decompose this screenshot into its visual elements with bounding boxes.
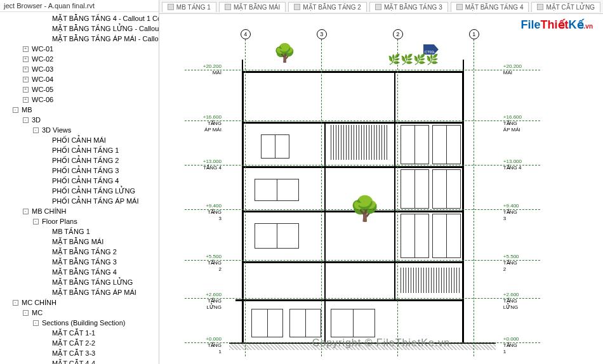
view-tab[interactable]: MB TẦNG 1: [162, 2, 216, 12]
tree-item[interactable]: PHỐI CẢNH TẦNG 3: [0, 166, 159, 176]
tree-item[interactable]: -MB CHÍNH: [0, 206, 159, 216]
tree-item[interactable]: PHỐI CẢNH MÁI: [0, 135, 159, 145]
tree-item-label: MẶT CẮT 4-4: [51, 359, 95, 364]
view-icon: [294, 4, 300, 10]
panel-title: ject Browser - A.quan final.rvt: [0, 0, 159, 12]
gridline: 4: [245, 39, 246, 356]
main-area: MB TẦNG 1MẶT BẰNG MÁIMẶT BẰNG TẦNG 2MẶT …: [159, 0, 603, 364]
expand-icon[interactable]: +: [22, 55, 29, 63]
tree-item[interactable]: +WC-06: [0, 94, 159, 105]
tree-item[interactable]: MẶT BẰNG TẦNG LỬNG - Callout 1 Copy 1: [0, 23, 159, 34]
level-label: +5.500TẦNG 2: [206, 254, 222, 273]
tree-item-label: PHỐI CẢNH TẦNG ÁP MÁI: [51, 197, 138, 205]
collapse-icon[interactable]: -: [22, 207, 29, 215]
expand-icon[interactable]: +: [22, 86, 29, 93]
collapse-icon[interactable]: -: [32, 126, 39, 134]
tree-item[interactable]: +WC-03: [0, 64, 159, 74]
expand-icon[interactable]: +: [22, 45, 29, 53]
tree-item[interactable]: MẶT CẮT 3-3: [0, 348, 159, 358]
view-tab[interactable]: MẶT BẰNG TẦNG 2: [288, 2, 367, 12]
tree-item[interactable]: MẶT CẮT 1-1: [0, 328, 159, 338]
tab-label: MẶT BẰNG TẦNG 3: [384, 4, 442, 11]
tree-item[interactable]: MẶT BẰNG TẦNG 4: [0, 267, 159, 277]
tree-item-label: MC: [30, 308, 43, 317]
tree-item[interactable]: -MC CHÍNH: [0, 297, 159, 308]
watermark-logo: FileThiếtKế.vn: [521, 18, 593, 32]
tree-item-label: MẶT BẰNG TẦNG ÁP MÁI: [51, 288, 136, 297]
collapse-icon[interactable]: -: [22, 309, 29, 316]
project-browser-panel: ject Browser - A.quan final.rvt MẶT BẰNG…: [0, 0, 159, 364]
tree-item[interactable]: PHỐI CẢNH TẦNG 4: [0, 176, 159, 186]
tree-item-label: MẶT CẮT 2-2: [51, 339, 95, 348]
level-line: [185, 298, 540, 299]
level-label: +13.000TẦNG 4: [503, 159, 522, 171]
tree-item-label: MẶT BẰNG TẦNG 4 - Callout 1 Copy 1: [51, 14, 159, 23]
tree-item[interactable]: PHỐI CẢNH TẦNG 2: [0, 155, 159, 166]
tree-item[interactable]: PHỐI CẢNH TẦNG ÁP MÁI: [0, 196, 159, 206]
tree-item-label: MẶT BẰNG TẦNG 3: [51, 257, 117, 266]
tree-item[interactable]: MẶT CẮT 2-2: [0, 338, 159, 348]
tree-item[interactable]: MẶT BẰNG TẦNG ÁP MÁI: [0, 287, 159, 297]
level-label: +0.000TẦNG 1: [206, 336, 222, 355]
drawing-canvas[interactable]: FileThiếtKế.vn CT03-02: [159, 14, 603, 364]
tree-item[interactable]: MẶT BẰNG TẦNG 4 - Callout 1 Copy 1: [0, 13, 159, 23]
expand-icon[interactable]: +: [22, 75, 29, 83]
collapse-icon[interactable]: -: [32, 218, 39, 225]
tree-item[interactable]: MẶT CẮT 4-4: [0, 358, 159, 364]
tree-item-label: MB: [20, 105, 32, 114]
tree-icon: 🌳: [350, 195, 380, 223]
collapse-icon[interactable]: -: [32, 319, 39, 327]
tree-item[interactable]: -MC: [0, 308, 159, 318]
tree-item[interactable]: +WC-01: [0, 44, 159, 54]
tree-item[interactable]: PHỐI CẢNH TẦNG 1: [0, 145, 159, 155]
tree-item-label: WC-04: [30, 75, 53, 84]
tab-label: MẶT BẰNG TẦNG 2: [303, 4, 361, 11]
tree-item-label: WC-05: [30, 85, 53, 94]
tree-item[interactable]: MẶT BẰNG TẦNG ÁP MÁI - Callout 1 Copy 1: [0, 34, 159, 44]
tree-item-label: PHỐI CẢNH TẦNG 4: [51, 176, 119, 185]
tree-item[interactable]: +WC-04: [0, 74, 159, 84]
tree-item-label: 3D Views: [41, 126, 71, 134]
level-label: +13.000TẦNG 4: [203, 159, 222, 171]
watermark-text: Copyright © FileThietKe.vn: [312, 337, 450, 349]
view-tab[interactable]: MẶT CẮT LỬNG: [531, 2, 600, 12]
view-tab[interactable]: MẶT BẰNG MÁI: [219, 2, 286, 12]
view-tab[interactable]: MẶT BẰNG TẦNG 4: [451, 2, 529, 12]
collapse-icon[interactable]: -: [22, 116, 29, 124]
tree-item[interactable]: +WC-05: [0, 84, 159, 94]
tree-item[interactable]: -3D: [0, 115, 159, 125]
level-label: +2.600TẦNG LỬNG: [503, 292, 519, 311]
tree-item-label: MẶT BẰNG TẦNG ÁP MÁI - Callout 1 Copy 1: [51, 34, 159, 43]
view-icon: [537, 4, 543, 10]
level-label: +9.400TẦNG 3: [503, 203, 519, 222]
tree-item[interactable]: -MB: [0, 105, 159, 115]
expand-icon[interactable]: +: [22, 65, 29, 73]
collapse-icon[interactable]: -: [11, 106, 19, 114]
gridline: 2: [397, 39, 398, 356]
level-label: +20.200MÁI: [203, 63, 222, 76]
tree-item[interactable]: -Floor Plans: [0, 216, 159, 226]
tree-item-label: PHỐI CẢNH TẦNG 3: [51, 166, 119, 175]
level-label: +16.600TẦNG ÁP MÁI: [203, 114, 222, 133]
grid-bubble: 2: [393, 29, 403, 39]
tree-item-label: MẶT BẰNG TẦNG 2: [51, 247, 117, 256]
tree-item-label: WC-02: [30, 55, 53, 63]
view-tab[interactable]: MẶT BẰNG TẦNG 3: [369, 2, 448, 12]
collapse-icon[interactable]: -: [11, 299, 19, 306]
tree-item[interactable]: +WC-02: [0, 54, 159, 64]
grid-bubble: 3: [317, 29, 327, 39]
gridline: 3: [321, 39, 322, 356]
level-label: +0.000TẦNG 1: [503, 336, 519, 355]
tree-item[interactable]: -Sections (Building Section): [0, 318, 159, 328]
tree-item[interactable]: MB TẦNG 1: [0, 226, 159, 237]
tree-item[interactable]: MẶT BẰNG TẦNG 2: [0, 247, 159, 257]
tab-label: MẶT BẰNG TẦNG 4: [465, 4, 524, 11]
tree-item[interactable]: PHỐI CẢNH TẦNG LỬNG: [0, 186, 159, 196]
tree-item[interactable]: MẶT BẰNG MÁI: [0, 237, 159, 247]
tree-item[interactable]: MẶT BẰNG TẦNG LỬNG: [0, 277, 159, 287]
tree-item[interactable]: MẶT BẰNG TẦNG 3: [0, 257, 159, 267]
tree-item-label: WC-06: [30, 95, 53, 104]
gridline: 1: [474, 39, 474, 356]
tree-item[interactable]: -3D Views: [0, 125, 159, 135]
expand-icon[interactable]: +: [22, 96, 29, 103]
